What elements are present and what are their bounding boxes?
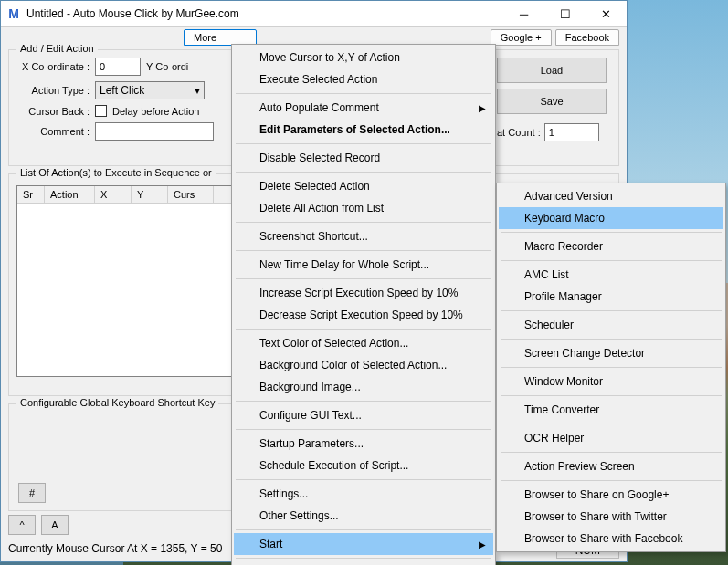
start-submenu-item[interactable]: Browser to Share with Facebook	[499, 528, 723, 549]
main-menu-item[interactable]: Settings...	[234, 483, 493, 505]
start-submenu-item[interactable]: Time Converter	[499, 399, 723, 421]
start-submenu-item[interactable]: Macro Recorder	[499, 235, 723, 257]
submenu-arrow-icon: ▶	[479, 103, 486, 113]
action-list-legend: List Of Action(s) to Execute in Sequence…	[16, 167, 216, 178]
menu-separator	[236, 172, 491, 173]
main-menu-item[interactable]: Schedule Execution of Script...	[234, 455, 493, 476]
add-edit-legend: Add / Edit Action	[16, 43, 98, 54]
main-menu-item[interactable]: Move Cursor to X,Y of Action	[234, 47, 493, 68]
maximize-button[interactable]: ☐	[544, 1, 586, 26]
start-submenu-item[interactable]: AMC List	[499, 264, 723, 286]
status-text: Currently Mouse Cursor At X = 1355, Y = …	[8, 542, 222, 559]
menu-separator	[501, 424, 722, 424]
col-cursor[interactable]: Curs	[168, 186, 214, 203]
context-menu-start-submenu: Advanced VersionKeyboard MacroMacro Reco…	[496, 183, 726, 552]
start-submenu-item[interactable]: Profile Manager	[499, 286, 723, 308]
shortcut-legend: Configurable Global Keyboard Shortcut Ke…	[16, 397, 218, 408]
window-title: Untitled - Auto Mouse Click by MurGee.co…	[26, 7, 503, 20]
tab-google-plus[interactable]: Google +	[491, 29, 552, 46]
action-type-combo[interactable]: Left Click▾	[95, 81, 205, 99]
context-menu-main: Move Cursor to X,Y of ActionExecute Sele…	[231, 44, 496, 565]
a-button[interactable]: A	[41, 515, 69, 535]
main-menu-item[interactable]: Execute Selected Action	[234, 68, 493, 90]
main-menu-item[interactable]: Screenshot Shortcut...	[234, 225, 493, 247]
col-y[interactable]: Y	[132, 186, 168, 203]
menu-separator	[236, 278, 491, 279]
repeat-count-input[interactable]	[544, 123, 599, 141]
menu-separator	[501, 260, 722, 261]
x-coord-label: X Co-ordinate :	[16, 61, 90, 72]
titlebar[interactable]: M Untitled - Auto Mouse Click by MurGee.…	[1, 1, 627, 27]
app-icon: M	[6, 6, 21, 21]
menu-separator	[501, 452, 722, 453]
col-action[interactable]: Action	[45, 186, 95, 203]
cursor-back-checkbox[interactable]	[95, 105, 107, 117]
start-submenu-item[interactable]: Browser to Share with Twitter	[499, 506, 723, 528]
main-menu-item[interactable]: View Script Execution Info...	[234, 561, 493, 565]
col-x[interactable]: X	[95, 186, 132, 203]
main-menu-item[interactable]: Text Color of Selected Action...	[234, 332, 493, 354]
y-coord-label: Y Co-ordi	[146, 61, 188, 72]
load-button[interactable]: Load	[497, 58, 607, 83]
menu-separator	[236, 558, 491, 559]
menu-separator	[501, 232, 722, 233]
main-menu-item[interactable]: Startup Parameters...	[234, 433, 493, 455]
main-menu-item[interactable]: Configure GUI Text...	[234, 404, 493, 426]
main-menu-item[interactable]: Delete All Action from List	[234, 197, 493, 219]
main-menu-item[interactable]: New Time Delay for Whole Script...	[234, 254, 493, 276]
col-sr[interactable]: Sr	[17, 186, 45, 203]
main-menu-item[interactable]: Delete Selected Action	[234, 175, 493, 197]
menu-separator	[501, 480, 722, 481]
main-menu-item[interactable]: Background Color of Selected Action...	[234, 354, 493, 376]
main-menu-item[interactable]: Start▶	[234, 533, 493, 555]
menu-separator	[501, 367, 722, 368]
menu-separator	[236, 222, 491, 223]
main-menu-item[interactable]: Disable Selected Record	[234, 147, 493, 169]
menu-separator	[236, 479, 491, 480]
menu-separator	[236, 429, 491, 430]
main-menu-item[interactable]: Decrease Script Execution Speed by 10%	[234, 304, 493, 326]
menu-separator	[501, 395, 722, 396]
chevron-down-icon: ▾	[195, 84, 200, 97]
close-button[interactable]: ✕	[586, 1, 627, 26]
main-menu-item[interactable]: Background Image...	[234, 376, 493, 398]
hash-button[interactable]: #	[18, 483, 46, 503]
menu-separator	[501, 339, 722, 340]
action-type-label: Action Type :	[16, 85, 90, 96]
save-button[interactable]: Save	[497, 89, 607, 114]
menu-separator	[236, 529, 491, 530]
main-menu-item[interactable]: Increase Script Execution Speed by 10%	[234, 282, 493, 304]
start-submenu-item[interactable]: Keyboard Macro	[499, 207, 723, 229]
menu-separator	[236, 250, 491, 251]
menu-separator	[236, 93, 491, 94]
right-column: Load Save at Count :	[497, 58, 616, 141]
start-submenu-item[interactable]: Scheduler	[499, 314, 723, 336]
start-submenu-item[interactable]: Advanced Version	[499, 185, 723, 207]
comment-input[interactable]	[95, 122, 214, 141]
cursor-back-label: Cursor Back :	[16, 106, 90, 117]
menu-separator	[236, 143, 491, 144]
menu-separator	[236, 329, 491, 330]
main-menu-item[interactable]: Auto Populate Comment▶	[234, 97, 493, 119]
x-coord-input[interactable]	[95, 58, 141, 76]
start-submenu-item[interactable]: Action Preview Screen	[499, 455, 723, 477]
submenu-arrow-icon: ▶	[479, 539, 486, 549]
menu-separator	[501, 310, 722, 311]
start-submenu-item[interactable]: Screen Change Detector	[499, 342, 723, 364]
menu-separator	[236, 401, 491, 402]
delay-before-label: Delay before Action	[112, 106, 199, 117]
start-submenu-item[interactable]: OCR Helper	[499, 427, 723, 449]
start-submenu-item[interactable]: Browser to Share on Google+	[499, 484, 723, 506]
minimize-button[interactable]: ─	[503, 1, 544, 26]
comment-label: Comment :	[16, 126, 90, 137]
main-menu-item[interactable]: Edit Parameters of Selected Action...	[234, 119, 493, 141]
repeat-count-label: at Count :	[497, 127, 541, 138]
tab-facebook[interactable]: Facebook	[555, 29, 619, 46]
main-menu-item[interactable]: Other Settings...	[234, 505, 493, 527]
caret-button[interactable]: ^	[8, 515, 36, 535]
start-submenu-item[interactable]: Window Monitor	[499, 371, 723, 392]
